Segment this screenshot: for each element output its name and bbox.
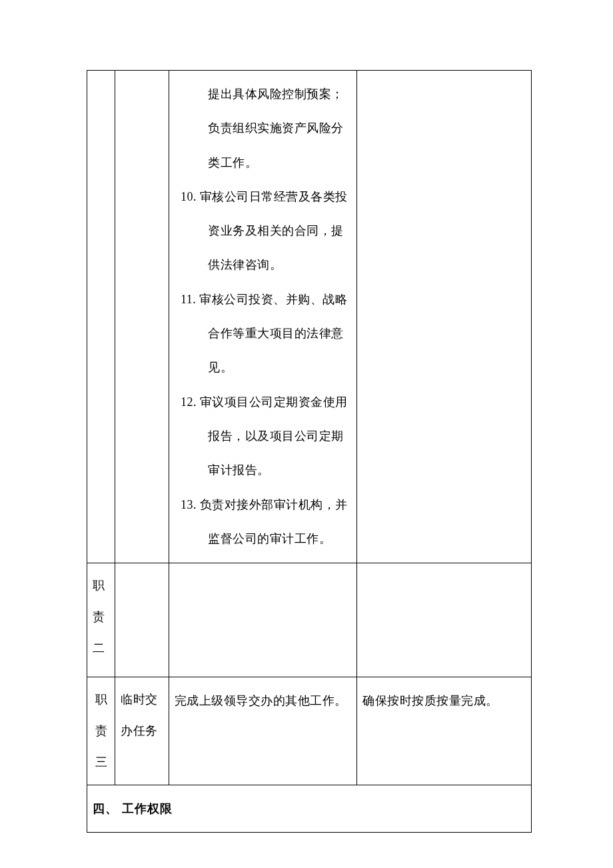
row1-tasks-cell: 提出具体风险控制预案；负责组织实施资产风险分类工作。 10. 审核公司日常经营及… [169,71,356,563]
duty3-label-text: 职责三 [93,684,109,777]
row2-col4 [357,563,532,677]
task-num: 13. [181,498,197,511]
row1-col1 [87,71,115,563]
task-text: 审核公司日常经营及各类投资业务及相关的合同，提供法律咨询。 [200,190,348,272]
table-row: 四、 工作权限 [87,785,532,832]
duty2-label: 职责二 [87,563,115,677]
task-num: 10. [181,190,197,203]
task-text: 负责对接外部审计机构，并监督公司的审计工作。 [200,498,348,545]
duty3-label: 职责三 [87,677,115,785]
task-num: 12. [181,395,197,409]
section-4-heading: 四、 工作权限 [87,785,532,832]
task-text: 审核公司投资、并购、战略合作等重大项目的法律意见。 [199,293,347,375]
task-num: 11. [181,293,196,306]
task-item: 12. 审议项目公司定期资金使用报告，以及项目公司定期审计报告。 [175,385,351,488]
table-row: 职责二 [87,563,532,677]
task-text: 审议项目公司定期资金使用报告，以及项目公司定期审计报告。 [200,395,348,477]
row1-col4 [357,71,532,563]
duty2-label-text: 职责二 [93,570,115,663]
task-item: 11. 审核公司投资、并购、战略合作等重大项目的法律意见。 [175,283,351,385]
row1-col2 [115,71,169,563]
duty3-col4: 确保按时按质按量完成。 [357,677,532,785]
duties-table: 提出具体风险控制预案；负责组织实施资产风险分类工作。 10. 审核公司日常经营及… [87,70,532,833]
duty3-col2: 临时交办任务 [115,677,169,785]
task-item: 10. 审核公司日常经营及各类投资业务及相关的合同，提供法律咨询。 [175,180,351,283]
table-row: 职责三 临时交办任务 完成上级领导交办的其他工作。 确保按时按质按量完成。 [87,677,532,785]
row2-col3 [169,563,356,677]
duty3-col3: 完成上级领导交办的其他工作。 [169,677,356,785]
task-pretext: 提出具体风险控制预案；负责组织实施资产风险分类工作。 [175,77,351,180]
document-page: 提出具体风险控制预案；负责组织实施资产风险分类工作。 10. 审核公司日常经营及… [0,0,613,868]
table-row: 提出具体风险控制预案；负责组织实施资产风险分类工作。 10. 审核公司日常经营及… [87,71,532,563]
task-item: 13. 负责对接外部审计机构，并监督公司的审计工作。 [175,488,351,557]
row2-col2 [115,563,169,677]
